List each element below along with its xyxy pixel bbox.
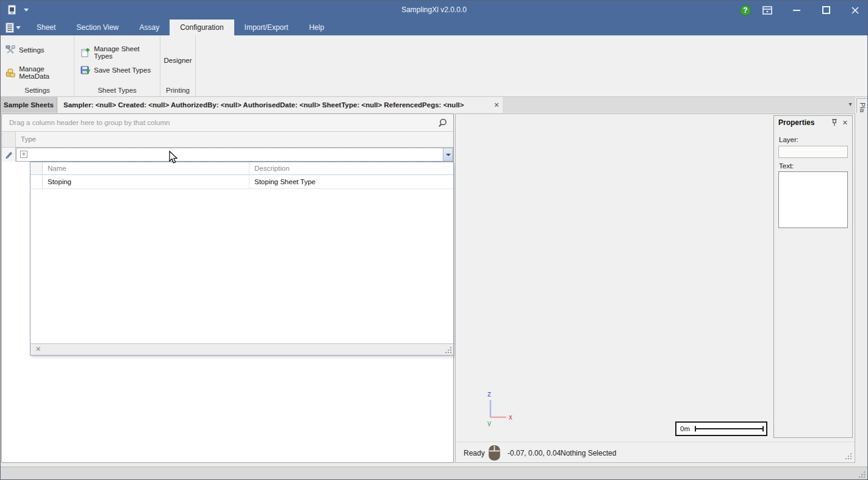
app-window: SamplingXl v2.0.0.0 ? Sheet Section View… [0, 0, 868, 480]
manage-metadata-button[interactable]: Manage MetaData [5, 65, 74, 80]
type-edit-cell[interactable]: + [16, 148, 453, 162]
app-menu-button[interactable] [5, 22, 24, 34]
group-by-hint: Drag a column header here to group by th… [9, 119, 170, 126]
layer-input[interactable] [778, 146, 848, 158]
dropdown-indicator-header [30, 162, 43, 174]
ribbon: Settings Manage MetaData Settings Manage… [1, 35, 867, 97]
tab-close-icon[interactable]: ✕ [490, 97, 503, 113]
sample-sheets-grid: Drag a column header here to group by th… [1, 113, 454, 463]
pin-icon[interactable] [830, 118, 839, 127]
mouse-icon [487, 445, 501, 461]
tab-help[interactable]: Help [299, 20, 335, 35]
dropdown-header-description[interactable]: Description [249, 162, 453, 174]
ribbon-group-sheet-types: Manage Sheet Types Save Sheet Types Shee… [74, 35, 160, 96]
minimize-icon [793, 10, 800, 11]
sheet-type-dropdown: Name Description Stoping Stoping Sheet T… [30, 162, 454, 356]
manage-sheet-types-button-label: Manage Sheet Types [94, 45, 160, 60]
group-label-printing: Printing [160, 87, 195, 94]
scale-label: 0m [680, 425, 690, 432]
dropdown-row-indicator [30, 175, 43, 188]
dropdown-cell-description[interactable]: Stoping Sheet Type [249, 175, 453, 188]
status-state: Ready [464, 449, 485, 457]
axis-z-label: z [487, 390, 491, 398]
dropdown-resize-grip[interactable] [445, 346, 452, 354]
ribbon-group-settings: Settings Manage MetaData Settings [1, 35, 74, 96]
layer-label: Layer: [779, 136, 798, 143]
text-input[interactable] [778, 171, 848, 228]
close-button[interactable] [846, 1, 864, 20]
group-label-sheet-types: Sheet Types [74, 87, 160, 94]
maximize-icon [822, 6, 830, 14]
new-sheet-icon [81, 48, 90, 57]
save-sheet-types-button-label: Save Sheet Types [94, 66, 151, 74]
grid-header-row: Type [2, 132, 453, 148]
settings-button[interactable]: Settings [5, 45, 45, 55]
properties-panel: Properties ✕ Layer: Text: [773, 115, 853, 438]
window-resize-grip[interactable] [858, 471, 866, 479]
manage-metadata-button-label: Manage MetaData [19, 65, 74, 80]
plan-resize-grip[interactable] [844, 453, 852, 460]
ribbon-group-printing: Designer Printing [160, 35, 196, 96]
plan-view-panel: Properties ✕ Layer: Text: z x y 0m [455, 113, 855, 463]
tab-import-export[interactable]: Import/Export [234, 20, 299, 35]
minimize-button[interactable] [787, 1, 806, 20]
tab-sheet[interactable]: Sheet [26, 20, 66, 35]
manage-sheet-types-button[interactable]: Manage Sheet Types [81, 45, 160, 60]
status-coordinates: -0.07, 0.00, 0.04 [508, 449, 561, 457]
dropdown-footer: ✕ [30, 343, 453, 355]
tab-list-caret-icon[interactable]: ▾ [845, 97, 855, 113]
dropdown-header-name[interactable]: Name [43, 162, 249, 174]
help-button[interactable]: ? [736, 1, 755, 20]
tab-configuration[interactable]: Configuration [170, 20, 234, 35]
status-selection: Nothing Selected [561, 449, 616, 457]
designer-button[interactable]: Designer [160, 35, 195, 85]
tools-icon [5, 45, 15, 55]
type-dropdown-button[interactable] [443, 148, 453, 161]
scale-ruler-icon [694, 425, 766, 432]
row-indicator-cell [2, 148, 16, 162]
help-icon: ? [740, 5, 751, 16]
edit-pencil-icon [5, 151, 13, 159]
grid-search-button[interactable] [436, 117, 450, 129]
text-label: Text: [779, 162, 794, 170]
save-sheet-types-button[interactable]: Save Sheet Types [81, 65, 151, 75]
dropdown-header-row: Name Description [30, 162, 453, 175]
group-label-settings: Settings [1, 87, 74, 94]
row-indicator-header [2, 132, 16, 147]
tab-section-view[interactable]: Section View [66, 20, 129, 35]
scale-bar: 0m [675, 421, 767, 436]
document-tab-strip: Sample Sheets Sampler: <null> Created: <… [1, 97, 855, 113]
titlebar: SamplingXl v2.0.0.0 ? [1, 1, 867, 20]
properties-close-icon[interactable]: ✕ [842, 119, 848, 127]
plan-status-bar: Ready -0.07, 0.00, 0.04 Nothing Selected [456, 442, 855, 463]
dropdown-row-stoping[interactable]: Stoping Stoping Sheet Type [30, 175, 453, 189]
dropdown-cell-name[interactable]: Stoping [43, 175, 249, 188]
app-menu-caret-icon [16, 26, 21, 29]
properties-title: Properties [778, 118, 830, 127]
close-icon [851, 6, 859, 15]
dropdown-clear-icon[interactable]: ✕ [35, 345, 41, 353]
axis-y-label: y [487, 419, 491, 426]
ribbon-display-icon [762, 6, 772, 15]
ribbon-tab-row: Sheet Section View Assay Configuration I… [1, 20, 867, 35]
search-icon [437, 118, 448, 129]
caret-down-icon [446, 154, 451, 156]
metadata-boxes-icon [5, 68, 15, 77]
window-status-bar [1, 467, 867, 480]
app-menu-icon [5, 23, 14, 33]
group-by-bar[interactable]: Drag a column header here to group by th… [2, 114, 453, 132]
maximize-button[interactable] [817, 1, 835, 20]
save-sheet-icon [81, 65, 90, 75]
tab-sample-sheets[interactable]: Sample Sheets [1, 97, 57, 113]
tab-active-sheet[interactable]: Sampler: <null> Created: <null> Authoriz… [57, 97, 503, 113]
designer-button-label: Designer [163, 57, 192, 64]
expand-plus-icon[interactable]: + [20, 151, 27, 158]
ribbon-tabs: Sheet Section View Assay Configuration I… [26, 20, 334, 35]
axis-indicator: z x y [482, 389, 514, 426]
ribbon-display-button[interactable] [758, 1, 777, 20]
grid-edit-row: + [2, 148, 453, 162]
tab-assay[interactable]: Assay [129, 20, 170, 35]
main-area: Drag a column header here to group by th… [1, 113, 867, 467]
properties-header: Properties ✕ [774, 116, 852, 129]
column-header-type[interactable]: Type [16, 132, 453, 147]
